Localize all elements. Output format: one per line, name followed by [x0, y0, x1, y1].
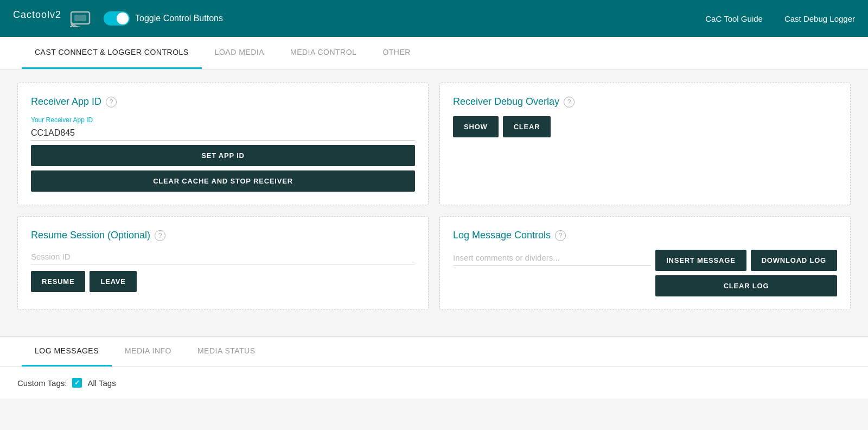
- receiver-debug-title-text: Receiver Debug Overlay: [453, 96, 559, 108]
- resume-session-title-text: Resume Session (Optional): [31, 230, 150, 241]
- tab-media-control[interactable]: MEDIA CONTROL: [277, 37, 369, 69]
- receiver-app-buttons: SET APP ID CLEAR CACHE AND STOP RECEIVER: [31, 145, 415, 192]
- toggle-control-buttons[interactable]: [104, 11, 130, 26]
- logo-version: v2: [50, 9, 61, 20]
- log-message-card: Log Message Controls ? INSERT MESSAGE DO…: [439, 216, 851, 310]
- svg-rect-1: [74, 15, 86, 21]
- download-log-button[interactable]: DOWNLOAD LOG: [751, 250, 837, 271]
- log-comment-input[interactable]: [453, 250, 651, 266]
- all-tags-label: All Tags: [87, 378, 116, 388]
- log-input-row: INSERT MESSAGE DOWNLOAD LOG CLEAR LOG: [453, 250, 837, 296]
- app-logo: Cactoolv2: [13, 9, 61, 27]
- header-right: CaC Tool Guide Cast Debug Logger: [705, 14, 855, 23]
- toggle-label: Toggle Control Buttons: [135, 14, 223, 23]
- resume-session-button[interactable]: RESUME: [31, 271, 85, 292]
- cast-debug-logger-link[interactable]: Cast Debug Logger: [784, 14, 855, 23]
- log-message-help-icon[interactable]: ?: [555, 230, 566, 241]
- session-id-input-group: [31, 250, 415, 264]
- receiver-app-card: Receiver App ID ? Your Receiver App ID S…: [17, 83, 429, 205]
- receiver-debug-buttons: SHOW CLEAR: [453, 116, 837, 137]
- logo-text: Cactool: [13, 9, 50, 20]
- clear-debug-overlay-button[interactable]: CLEAR: [503, 116, 551, 137]
- custom-tags-label: Custom Tags:: [17, 378, 67, 388]
- show-debug-overlay-button[interactable]: SHOW: [453, 116, 499, 137]
- receiver-app-id-input[interactable]: [31, 126, 415, 141]
- cards-grid: Receiver App ID ? Your Receiver App ID S…: [17, 83, 851, 310]
- receiver-app-title: Receiver App ID ?: [31, 96, 415, 108]
- toggle-area: Toggle Control Buttons: [104, 11, 223, 26]
- custom-tags-row: Custom Tags: All Tags: [17, 378, 851, 388]
- receiver-app-help-icon[interactable]: ?: [106, 97, 117, 108]
- bottom-tabs: LOG MESSAGES MEDIA INFO MEDIA STATUS: [0, 337, 868, 367]
- main-nav: CAST CONNECT & LOGGER CONTROLS LOAD MEDI…: [0, 37, 868, 69]
- bottom-section: LOG MESSAGES MEDIA INFO MEDIA STATUS Cus…: [0, 336, 868, 399]
- log-top-buttons: INSERT MESSAGE DOWNLOAD LOG: [655, 250, 837, 271]
- tab-media-info[interactable]: MEDIA INFO: [112, 337, 184, 366]
- resume-session-card: Resume Session (Optional) ? RESUME LEAVE: [17, 216, 429, 310]
- header-left: Cactoolv2 Toggle Control Buttons: [13, 9, 223, 27]
- receiver-app-title-text: Receiver App ID: [31, 96, 101, 108]
- log-buttons-col: INSERT MESSAGE DOWNLOAD LOG CLEAR LOG: [655, 250, 837, 296]
- receiver-debug-card: Receiver Debug Overlay ? SHOW CLEAR: [439, 83, 851, 205]
- log-message-title-text: Log Message Controls: [453, 230, 551, 241]
- log-message-title: Log Message Controls ?: [453, 230, 837, 241]
- clear-log-button[interactable]: CLEAR LOG: [655, 275, 837, 296]
- receiver-app-input-group: Your Receiver App ID: [31, 116, 415, 141]
- tab-media-status[interactable]: MEDIA STATUS: [184, 337, 269, 366]
- tab-cast-connect[interactable]: CAST CONNECT & LOGGER CONTROLS: [22, 37, 202, 69]
- bottom-content: Custom Tags: All Tags: [0, 367, 868, 399]
- cac-tool-guide-link[interactable]: CaC Tool Guide: [705, 14, 763, 23]
- receiver-debug-title: Receiver Debug Overlay ?: [453, 96, 837, 108]
- resume-session-title: Resume Session (Optional) ?: [31, 230, 415, 241]
- tab-load-media[interactable]: LOAD MEDIA: [202, 37, 277, 69]
- receiver-debug-help-icon[interactable]: ?: [564, 97, 575, 108]
- set-app-id-button[interactable]: SET APP ID: [31, 145, 415, 166]
- receiver-app-input-label: Your Receiver App ID: [31, 116, 415, 124]
- tab-log-messages[interactable]: LOG MESSAGES: [22, 337, 112, 366]
- insert-message-button[interactable]: INSERT MESSAGE: [655, 250, 746, 271]
- resume-session-buttons: RESUME LEAVE: [31, 271, 415, 292]
- tab-other[interactable]: OTHER: [369, 37, 424, 69]
- session-id-input[interactable]: [31, 250, 415, 264]
- resume-session-help-icon[interactable]: ?: [155, 230, 165, 241]
- leave-session-button[interactable]: LEAVE: [90, 271, 136, 292]
- all-tags-checkbox[interactable]: [72, 378, 82, 388]
- clear-cache-stop-receiver-button[interactable]: CLEAR CACHE AND STOP RECEIVER: [31, 170, 415, 192]
- app-header: Cactoolv2 Toggle Control Buttons CaC Too…: [0, 0, 868, 37]
- toggle-knob: [117, 12, 129, 24]
- cast-icon: [70, 10, 91, 27]
- main-content: Receiver App ID ? Your Receiver App ID S…: [0, 69, 868, 323]
